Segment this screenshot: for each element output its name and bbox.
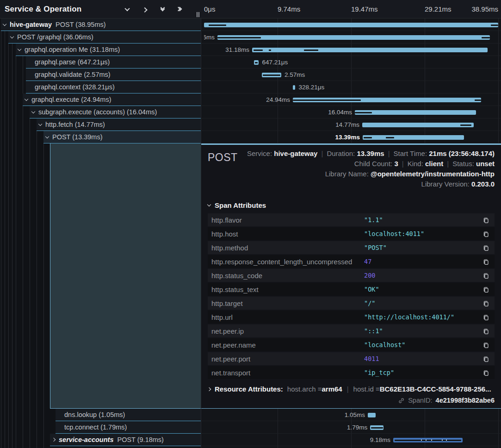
span-duration-bar[interactable]: [363, 135, 464, 140]
child-span-marker: [491, 25, 498, 26]
span-duration-bar[interactable]: [252, 48, 488, 52]
span-duration-bar[interactable]: [393, 438, 463, 442]
span-duration-bar[interactable]: [368, 413, 376, 417]
timeline-row[interactable]: 36.06ms: [201, 31, 501, 44]
span-tree-row[interactable]: graphql.validate (2.57ms): [26, 68, 201, 81]
chevron-down-icon[interactable]: [31, 109, 35, 113]
timeline-row[interactable]: 647.21μs: [201, 56, 501, 68]
child-span-marker: [269, 50, 271, 51]
copy-icon[interactable]: [482, 230, 490, 238]
attribute-row: http.target"/": [208, 297, 495, 310]
timeline-row[interactable]: 16.04ms: [201, 106, 501, 118]
span-tree-row[interactable]: hive-gatewayPOST (38.95ms): [1, 19, 201, 31]
timeline-row[interactable]: 9.18ms: [201, 434, 501, 446]
attribute-row: net.peer.name"localhost": [208, 338, 495, 351]
span-duration-bar[interactable]: [254, 60, 259, 65]
expand-one-icon[interactable]: [141, 6, 148, 13]
link-icon[interactable]: [398, 397, 405, 404]
span-operation-label: graphql.context (328.21μs): [35, 83, 115, 91]
chevron-right-icon[interactable]: [52, 438, 56, 442]
attribute-row: http.flavor"1.1": [208, 213, 495, 226]
copy-icon[interactable]: [482, 271, 490, 280]
span-operation-label: graphql.parse (647.21μs): [35, 58, 110, 66]
span-tree-row[interactable]: http.fetch (14.77ms): [37, 118, 201, 131]
span-tree-row[interactable]: POST /graphql (36.06ms): [8, 31, 201, 44]
span-duration-label: 1.05ms: [345, 411, 365, 418]
span-attributes-header[interactable]: Span Attributes: [208, 201, 495, 209]
span-duration-label: 647.21μs: [262, 59, 288, 66]
timeline-row[interactable]: 328.21μs: [201, 81, 501, 93]
resource-attributes-pairs: host.arch = arm64|host.id = BC62E13B-C4C…: [287, 385, 491, 393]
child-span-marker: [386, 137, 394, 138]
span-tree-row[interactable]: dns.lookup (1.05ms): [56, 409, 201, 421]
span-id-row: SpanID: 4e21998f3b82abe6: [208, 397, 495, 404]
child-span-marker: [293, 100, 361, 101]
attribute-row: http.host"localhost:4011": [208, 227, 495, 240]
copy-icon[interactable]: [482, 299, 490, 307]
span-tree-row[interactable]: graphql.execute (24.94ms): [23, 93, 201, 106]
copy-icon[interactable]: [482, 341, 490, 349]
span-tree-row[interactable]: POST (13.39ms): [43, 131, 201, 143]
collapse-all-icon[interactable]: [159, 6, 166, 13]
copy-icon[interactable]: [482, 257, 490, 266]
span-tree-row[interactable]: graphql.context (328.21μs): [26, 81, 201, 93]
span-tree-row[interactable]: service-accountsPOST (9.18ms): [50, 434, 201, 446]
timeline-row[interactable]: 13.39ms: [201, 131, 501, 143]
resource-attributes-row[interactable]: Resource Attributes: host.arch = arm64|h…: [208, 385, 495, 393]
span-id-label: SpanID:: [408, 397, 432, 404]
timeline-row[interactable]: 38.95ms: [201, 19, 501, 31]
span-duration-bar[interactable]: [362, 123, 474, 127]
span-tree-row[interactable]: graphql.operation Me (31.18ms): [16, 44, 201, 56]
span-operation-label: POST (38.95ms): [56, 21, 106, 28]
span-tree-row[interactable]: graphql.parse (647.21μs): [26, 56, 201, 68]
copy-icon[interactable]: [482, 285, 490, 293]
timeline-row[interactable]: 31.18ms: [201, 44, 501, 56]
span-meta-line: Child Count: 3|Kind: client|Status: unse…: [247, 159, 495, 169]
copy-icon[interactable]: [482, 368, 490, 377]
attribute-value: "localhost:4011": [364, 230, 482, 237]
timeline-row[interactable]: 14.77ms: [201, 118, 501, 131]
span-duration-bar[interactable]: [370, 425, 383, 430]
span-duration-bar[interactable]: [262, 73, 281, 77]
copy-icon[interactable]: [482, 327, 490, 335]
timeline-tick-label: 0μs: [204, 5, 216, 13]
child-span-marker: [254, 50, 263, 51]
chevron-down-icon[interactable]: [3, 22, 6, 25]
collapse-one-icon[interactable]: [124, 6, 131, 13]
timeline-row[interactable]: 1.79ms: [201, 421, 501, 434]
span-duration-bar[interactable]: [355, 110, 476, 115]
timeline-row[interactable]: 24.94ms: [201, 93, 501, 106]
span-tree-row[interactable]: tcp.connect (1.79ms): [56, 421, 201, 434]
timeline-row[interactable]: 2.57ms: [201, 68, 501, 81]
attribute-value: "::1": [364, 327, 482, 335]
chevron-down-icon[interactable]: [45, 134, 49, 138]
child-span-marker: [355, 112, 372, 113]
expand-all-icon[interactable]: [176, 6, 184, 13]
chevron-down-icon[interactable]: [10, 34, 14, 38]
timeline-panel: 0μs9.74ms19.47ms29.21ms38.95ms 38.95ms36…: [201, 0, 501, 448]
span-duration-bar[interactable]: [293, 85, 295, 90]
copy-icon[interactable]: [482, 216, 490, 224]
panel-divider[interactable]: [201, 0, 201, 448]
span-duration-bar[interactable]: [204, 23, 498, 27]
copy-icon[interactable]: [482, 355, 490, 363]
copy-icon[interactable]: [482, 243, 490, 252]
chevron-down-icon[interactable]: [25, 97, 28, 100]
span-duration-label: 16.04ms: [328, 109, 352, 116]
span-service-name: hive-gateway: [10, 21, 52, 28]
chevron-down-icon[interactable]: [18, 47, 21, 50]
attribute-value: "OK": [364, 286, 482, 293]
event-dot: [446, 440, 447, 441]
panel-resize-grip-icon[interactable]: [197, 12, 199, 17]
span-tree-row[interactable]: subgraph.execute (accounts) (16.04ms): [30, 106, 201, 118]
attribute-key: http.url: [211, 313, 364, 321]
timeline-tick-label: 19.47ms: [351, 5, 378, 13]
attribute-row: net.transport"ip_tcp": [208, 366, 495, 379]
span-duration-bar[interactable]: [293, 98, 481, 102]
copy-icon[interactable]: [482, 313, 490, 321]
attribute-value: 47: [364, 258, 482, 265]
span-duration-bar[interactable]: [217, 35, 490, 40]
span-duration-label: 9.18ms: [370, 436, 390, 443]
chevron-down-icon[interactable]: [38, 122, 42, 125]
timeline-row[interactable]: 1.05ms: [201, 409, 501, 421]
